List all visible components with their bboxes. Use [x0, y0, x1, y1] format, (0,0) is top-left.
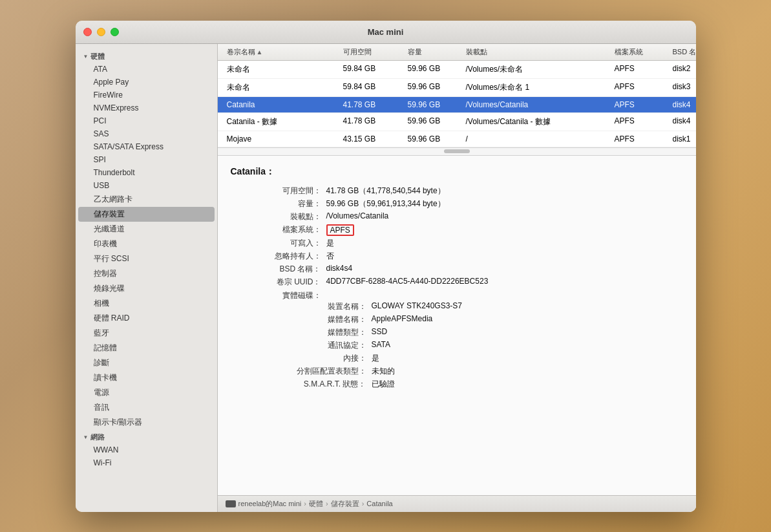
th-capacity[interactable]: 容量	[404, 44, 462, 60]
sidebar-item-memory[interactable]: 記憶體	[76, 341, 217, 356]
sidebar-item-bluetooth[interactable]: 藍牙	[76, 326, 217, 341]
table-row-0[interactable]: 未命名 59.84 GB 59.96 GB /Volumes/未命名 APFS …	[218, 61, 696, 79]
maximize-button[interactable]	[111, 28, 119, 36]
sub-label-6: S.M.A.R.T. 狀態：	[257, 379, 366, 390]
td-mount-4: /	[462, 133, 611, 145]
sidebar-item-spi[interactable]: SPI	[76, 153, 217, 166]
td-name-3: Catanila - 數據	[223, 115, 339, 129]
breadcrumb-part-2: 儲存裝置	[331, 499, 359, 509]
sidebar-item-nvmexpress[interactable]: NVMExpress	[76, 101, 217, 114]
td-name-0: 未命名	[223, 63, 339, 76]
physical-fields: 裝置名稱： GLOWAY STK240GS3-S7 媒體名稱： AppleAPF…	[231, 301, 683, 390]
physical-label: 實體磁碟：	[231, 290, 321, 301]
detail-value-2: /Volumes/Catanila	[326, 211, 683, 222]
sidebar-item-sata[interactable]: SATA/SATA Express	[76, 140, 217, 153]
sidebar-section-network[interactable]: ▼ 網路	[76, 430, 217, 443]
close-button[interactable]	[83, 28, 92, 36]
td-fs-3: APFS	[611, 115, 669, 129]
breadcrumb-sep-2: ›	[362, 500, 364, 507]
sidebar-item-sas[interactable]: SAS	[76, 127, 217, 140]
detail-fields: 可用空間： 41.78 GB（41,778,540,544 byte） 容量： …	[231, 186, 683, 288]
sidebar-item-printer[interactable]: 印表機	[76, 237, 217, 251]
th-name[interactable]: 卷宗名稱 ▲	[223, 44, 339, 60]
sidebar-item-parallel-scsi[interactable]: 平行 SCSI	[76, 251, 217, 266]
sidebar-item-wwan[interactable]: WWAN	[76, 443, 217, 456]
sidebar-item-firewire[interactable]: FireWire	[76, 89, 217, 101]
detail-label-2: 裝載點：	[231, 211, 321, 222]
sidebar-item-fibre[interactable]: 光纖通道	[76, 222, 217, 237]
td-name-2: Catanila	[223, 99, 339, 111]
breadcrumb-part-3: Catanila	[366, 500, 392, 507]
td-fs-2: APFS	[611, 99, 669, 111]
sidebar-item-wifi[interactable]: Wi-Fi	[76, 456, 217, 469]
table-row-3[interactable]: Catanila - 數據 41.78 GB 59.96 GB /Volumes…	[218, 113, 696, 131]
table-row-4[interactable]: Mojave 43.15 GB 59.96 GB / APFS disk1s1	[218, 131, 696, 147]
th-fs[interactable]: 檔案系統	[611, 44, 669, 60]
scroll-indicator	[444, 149, 470, 153]
minimize-button[interactable]	[97, 28, 105, 36]
table-header: 卷宗名稱 ▲ 可用空間 容量 裝載點 檔案系統	[218, 44, 696, 61]
td-mount-2: /Volumes/Catanila	[462, 99, 611, 111]
sub-value-6: 已驗證	[372, 379, 683, 390]
window-title: Mac mini	[368, 27, 404, 37]
detail-label-0: 可用空間：	[231, 186, 321, 197]
scroll-area	[218, 148, 696, 156]
sub-value-1: AppleAPFSMedia	[372, 314, 683, 325]
sidebar-item-cardreader[interactable]: 讀卡機	[76, 370, 217, 385]
sidebar-section-network-label: 網路	[90, 432, 105, 442]
td-mount-0: /Volumes/未命名	[462, 63, 611, 76]
breadcrumb-part-1: 硬體	[309, 499, 323, 509]
sidebar-item-thunderbolt[interactable]: Thunderbolt	[76, 166, 217, 179]
traffic-lights	[83, 28, 119, 36]
detail-value-3: APFS	[326, 224, 683, 236]
detail-label-4: 可寫入：	[231, 238, 321, 249]
sidebar-item-hardware-raid[interactable]: 硬體 RAID	[76, 311, 217, 326]
sidebar-item-usb[interactable]: USB	[76, 179, 217, 192]
volumes-table: 卷宗名稱 ▲ 可用空間 容量 裝載點 檔案系統	[218, 44, 696, 148]
mac-mini-icon	[226, 500, 236, 507]
detail-value-5: 否	[326, 251, 683, 262]
sidebar-item-display[interactable]: 顯示卡/顯示器	[76, 415, 217, 430]
td-name-1: 未命名	[223, 81, 339, 94]
sidebar-item-controller[interactable]: 控制器	[76, 266, 217, 281]
td-free-2: 41.78 GB	[339, 99, 404, 111]
sort-arrow-icon: ▲	[257, 48, 263, 56]
sub-value-4: 是	[372, 353, 683, 364]
detail-value-fs-highlighted: APFS	[326, 224, 354, 236]
th-bsd[interactable]: BSD 名稱	[669, 44, 696, 60]
detail-title: Catanila：	[231, 166, 683, 178]
td-capacity-2: 59.96 GB	[404, 99, 462, 111]
detail-label-5: 忽略持有人：	[231, 251, 321, 262]
content-area: ▼ 硬體 ATA Apple Pay FireWire NVMExpress P…	[76, 44, 696, 512]
sidebar-item-ethernet[interactable]: 乙太網路卡	[76, 192, 217, 207]
sub-value-5: 未知的	[372, 366, 683, 377]
sidebar-item-applepay[interactable]: Apple Pay	[76, 76, 217, 89]
sub-value-2: SSD	[372, 327, 683, 338]
td-fs-1: APFS	[611, 81, 669, 94]
sidebar-item-audio[interactable]: 音訊	[76, 400, 217, 415]
sidebar-item-ata[interactable]: ATA	[76, 63, 217, 76]
td-capacity-3: 59.96 GB	[404, 115, 462, 129]
td-free-3: 41.78 GB	[339, 115, 404, 129]
detail-value-0: 41.78 GB（41,778,540,544 byte）	[326, 186, 683, 197]
th-mount[interactable]: 裝載點	[462, 44, 611, 60]
td-free-0: 59.84 GB	[339, 63, 404, 76]
sub-label-1: 媒體名稱：	[257, 314, 366, 325]
td-free-1: 59.84 GB	[339, 81, 404, 94]
table-row-2[interactable]: Catanila 41.78 GB 59.96 GB /Volumes/Cata…	[218, 97, 696, 113]
breadcrumb-sep-1: ›	[326, 500, 328, 507]
sidebar-section-hardware[interactable]: ▼ 硬體	[76, 49, 217, 63]
sidebar-item-burner[interactable]: 燒錄光碟	[76, 281, 217, 296]
sidebar-item-camera[interactable]: 相機	[76, 296, 217, 311]
table-row-1[interactable]: 未命名 59.84 GB 59.96 GB /Volumes/未命名 1 APF…	[218, 79, 696, 97]
sidebar-item-pci[interactable]: PCI	[76, 114, 217, 127]
detail-value-7: 4DD77CBF-6288-4AC5-A440-DD2226EBC523	[326, 277, 683, 288]
detail-value-6: disk4s4	[326, 264, 683, 275]
td-fs-4: APFS	[611, 133, 669, 145]
sidebar-item-diagnostics[interactable]: 診斷	[76, 356, 217, 370]
sidebar-item-storage[interactable]: 儲存裝置	[78, 207, 215, 222]
sidebar-item-power[interactable]: 電源	[76, 385, 217, 400]
detail-value-4: 是	[326, 238, 683, 249]
th-free[interactable]: 可用空間	[339, 44, 404, 60]
detail-label-7: 卷宗 UUID：	[231, 277, 321, 288]
